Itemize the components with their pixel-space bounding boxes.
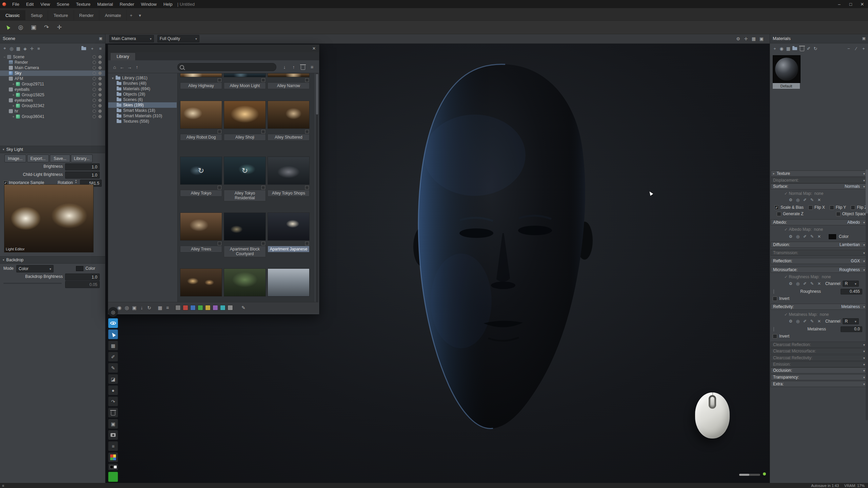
materials-scrollbar[interactable] (866, 169, 868, 420)
asset-checkbox[interactable] (305, 130, 309, 134)
metalness-value-field[interactable]: 0.0 (841, 326, 862, 332)
import-icon[interactable]: ↓ (281, 63, 288, 71)
add-material-icon[interactable]: + (771, 45, 778, 52)
channel-dropdown[interactable]: R (843, 281, 859, 287)
expand-icon[interactable]: + (12, 93, 15, 97)
albedo-header[interactable]: Albedo: Albedo (771, 219, 867, 225)
metalness-slider-row[interactable]: Metalness 0.0 (770, 326, 868, 332)
pin-tool[interactable]: ◎ (108, 307, 118, 317)
zoom-out-icon[interactable]: − (845, 45, 852, 52)
search-box[interactable] (177, 63, 276, 71)
tab-render[interactable]: Render (74, 10, 100, 20)
list-view-icon[interactable]: ≡ (97, 45, 104, 52)
extra-header[interactable]: Extra: (771, 381, 867, 387)
map-paint-icon[interactable]: ✐ (802, 234, 808, 239)
diffusion-header[interactable]: Diffusion: Lambertian (771, 242, 867, 248)
transparency-header[interactable]: Transparency: (771, 374, 867, 380)
tree-item-eyeballs[interactable]: eyeballs (0, 87, 105, 92)
visibility-icon[interactable] (98, 104, 102, 107)
tree-item-sky[interactable]: Sky (0, 70, 105, 76)
render-scale-slider[interactable] (739, 474, 760, 476)
library-tab[interactable]: Library (110, 53, 136, 60)
visibility-icon[interactable] (98, 55, 102, 59)
map-inspect-icon[interactable]: ◎ (795, 319, 801, 324)
map-settings-icon[interactable]: ⚙ (788, 197, 794, 203)
material-thumbnail[interactable] (773, 55, 801, 83)
library-asset-grid[interactable]: Alley Highway Alley Moon Light Alley Nar… (177, 73, 315, 302)
brush-tool[interactable]: ✐ (108, 352, 118, 362)
tree-item-group36041[interactable]: + Group36041 (0, 114, 105, 119)
viewport-settings-icon[interactable]: ⚙ (735, 35, 742, 42)
tab-options-icon[interactable]: ▾ (136, 10, 144, 20)
visibility-icon[interactable] (98, 61, 102, 64)
tag-swatch-yellow[interactable] (205, 305, 211, 310)
visibility-icon[interactable] (98, 82, 102, 86)
tree-item-group32342[interactable]: + Group32342 (0, 103, 105, 108)
viewport-snap-icon[interactable]: ✛ (743, 35, 749, 42)
tab-classic[interactable]: Classic (0, 10, 25, 20)
map-clear-icon[interactable]: ✕ (816, 319, 822, 324)
map-settings-icon[interactable]: ⚙ (788, 234, 794, 239)
library-close-button[interactable]: ✕ (311, 46, 317, 51)
spin-down-icon[interactable]: ▾ (75, 181, 77, 184)
tree-item-render[interactable]: Render (0, 60, 105, 65)
asset-item[interactable]: Alley Moon Light (224, 73, 266, 89)
folder-scenes[interactable]: Scenes (6) (108, 97, 177, 102)
paint-icon[interactable]: ✐ (805, 45, 812, 52)
lock-icon[interactable] (93, 77, 96, 80)
poly-select-tool[interactable]: ✛ (54, 22, 64, 32)
map-inspect-icon[interactable]: ◎ (795, 197, 801, 203)
map-edit-icon[interactable]: ✎ (809, 234, 815, 239)
fill-roller-tool[interactable]: ▦ (108, 341, 118, 350)
asset-item[interactable]: Alley Tokyo Shops (268, 157, 310, 197)
transmission-header[interactable]: Transmission: (771, 250, 867, 256)
visibility-icon[interactable] (98, 66, 102, 69)
menu-window[interactable]: Window (138, 0, 160, 8)
menu-help[interactable]: Help (160, 0, 176, 8)
tab-texture[interactable]: Texture (48, 10, 74, 20)
lock-icon[interactable] (93, 66, 96, 69)
palette-swatch[interactable] (108, 452, 118, 462)
delete-icon[interactable] (299, 63, 307, 71)
tag-swatch-blue[interactable] (190, 305, 196, 310)
bw-swatch[interactable] (108, 464, 118, 470)
library-icon[interactable] (792, 45, 798, 52)
menu-file[interactable]: File (9, 0, 23, 8)
delete-material-icon[interactable] (798, 45, 805, 52)
viewport-layout-icon[interactable]: ▦ (750, 35, 757, 42)
folder-smart-materials[interactable]: Smart Materials (310) (108, 113, 177, 119)
close-button[interactable]: ✕ (856, 0, 868, 8)
surface-header[interactable]: Surface: Normals (771, 183, 867, 189)
tree-item-eyelashes[interactable]: eyelashes (0, 98, 105, 103)
sky-preview-image[interactable]: Light Editor (4, 184, 94, 252)
download-icon[interactable]: ↓ (138, 304, 145, 311)
history-icon[interactable]: ⌖ (1, 45, 8, 52)
folder-materials[interactable]: Materials (694) (108, 86, 177, 92)
tree-item-scene[interactable]: − Scene (0, 54, 105, 60)
flip-x-checkbox[interactable] (808, 205, 813, 210)
asset-item[interactable]: Alley Robot Dog (180, 101, 222, 141)
pivot-icon[interactable]: ◎ (8, 45, 15, 52)
maximize-button[interactable]: □ (845, 0, 856, 8)
asset-checkbox[interactable] (305, 186, 309, 189)
status-menu-icon[interactable]: ≡ (0, 484, 4, 488)
export-icon[interactable]: ↑ (290, 63, 297, 71)
lock-icon[interactable] (93, 109, 96, 113)
tree-item-hr[interactable]: hr (0, 108, 105, 114)
asset-checkbox[interactable] (305, 242, 309, 245)
tab-setup[interactable]: Setup (25, 10, 48, 20)
folder-textures[interactable]: Textures (558) (108, 119, 177, 124)
lock-icon[interactable] (93, 82, 96, 86)
asset-item[interactable]: Alley Highway (180, 73, 222, 89)
asset-checkbox[interactable] (305, 78, 309, 82)
brightness-field[interactable]: 1.0 (65, 163, 100, 170)
mouse-3d-model[interactable] (695, 392, 730, 439)
sky-export-button[interactable]: Export... (27, 155, 49, 162)
tag-swatch-lightgray[interactable] (228, 305, 233, 310)
menu-scene[interactable]: Scene (53, 0, 73, 8)
tag-swatch-teal[interactable] (220, 305, 225, 310)
tag-swatch-purple[interactable] (213, 305, 218, 310)
back-icon[interactable]: ← (118, 63, 126, 71)
folder-skies[interactable]: Skies (199) (108, 102, 177, 108)
dot-tool[interactable]: ● (108, 385, 118, 395)
